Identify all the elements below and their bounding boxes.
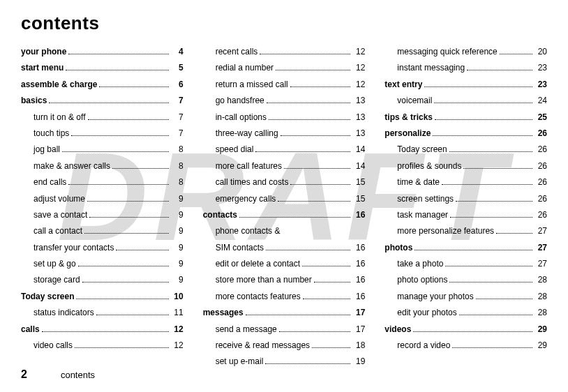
toc-leader-dots bbox=[449, 278, 532, 283]
toc-label: take a photo bbox=[384, 256, 443, 272]
toc-page: 28 bbox=[535, 272, 547, 288]
toc-page: 24 bbox=[535, 93, 547, 109]
toc-label: make & answer calls bbox=[21, 158, 110, 174]
toc-page: 26 bbox=[535, 142, 547, 158]
toc-label: photos bbox=[384, 240, 412, 256]
toc-leader-dots bbox=[82, 278, 169, 283]
toc-column-2: recent calls12redial a number12return a … bbox=[203, 44, 366, 370]
toc-leader-dots bbox=[96, 311, 169, 316]
toc-entry-item: send a message17 bbox=[203, 322, 366, 338]
toc-entry-section: text entry23 bbox=[384, 77, 547, 93]
toc-label: task manager bbox=[384, 207, 448, 223]
toc-leader-dots bbox=[459, 311, 532, 316]
toc-page: 7 bbox=[171, 126, 184, 142]
toc-label: in-call options bbox=[203, 110, 267, 126]
toc-entry-item: set up e-mail19 bbox=[203, 354, 366, 370]
toc-entry-section: videos29 bbox=[384, 322, 547, 338]
toc-entry-item: touch tips7 bbox=[21, 126, 184, 142]
toc-entry-item: SIM contacts16 bbox=[203, 240, 366, 256]
toc-label: adjust volume bbox=[21, 191, 85, 207]
page-title: contents bbox=[21, 13, 547, 34]
toc-leader-dots bbox=[450, 213, 532, 218]
toc-leader-dots bbox=[284, 164, 350, 169]
toc-leader-dots bbox=[496, 229, 532, 234]
toc-leader-dots bbox=[456, 197, 532, 202]
toc-leader-dots bbox=[424, 82, 532, 87]
toc-entry-section: calls12 bbox=[21, 322, 184, 338]
toc-label: more personalize features bbox=[384, 223, 494, 239]
toc-entry-item: edit your photos28 bbox=[384, 305, 547, 321]
toc-page: 8 bbox=[171, 174, 184, 190]
toc-leader-dots bbox=[500, 50, 532, 54]
toc-label: emergency calls bbox=[203, 191, 276, 207]
toc-entry-item: task manager26 bbox=[384, 207, 547, 223]
toc-leader-dots bbox=[62, 148, 169, 153]
toc-leader-dots bbox=[476, 294, 532, 299]
toc-page: 4 bbox=[171, 44, 184, 60]
toc-page: 15 bbox=[352, 191, 365, 207]
toc-page: 26 bbox=[535, 126, 547, 142]
toc-label: edit or delete a contact bbox=[203, 256, 300, 272]
toc-label: end calls bbox=[21, 174, 66, 190]
toc-page: 29 bbox=[535, 322, 547, 338]
toc-leader-dots bbox=[88, 115, 169, 120]
toc-label: redial a number bbox=[203, 60, 274, 76]
toc-page: 8 bbox=[171, 158, 184, 174]
toc-page: 13 bbox=[352, 110, 365, 126]
toc-entry-item: phone contacts & bbox=[203, 223, 366, 239]
toc-entry-item: photo options28 bbox=[384, 272, 547, 288]
toc-page: 12 bbox=[171, 322, 184, 338]
toc-column-1: your phone4start menu5assemble & charge6… bbox=[21, 44, 184, 370]
toc-leader-dots bbox=[463, 164, 532, 169]
toc-entry-item: end calls8 bbox=[21, 174, 184, 190]
toc-page: 26 bbox=[535, 191, 547, 207]
toc-entry-item: edit or delete a contact16 bbox=[203, 256, 366, 272]
toc-page: 9 bbox=[171, 272, 184, 288]
toc-label: screen settings bbox=[384, 191, 454, 207]
toc-leader-dots bbox=[413, 327, 532, 332]
toc-page: 27 bbox=[535, 223, 547, 239]
toc-page: 17 bbox=[352, 322, 365, 338]
toc-entry-item: manage your photos28 bbox=[384, 289, 547, 305]
toc-leader-dots bbox=[312, 343, 350, 348]
toc-page: 28 bbox=[535, 289, 547, 305]
toc-entry-item: save a contact9 bbox=[21, 207, 184, 223]
toc-page: 9 bbox=[171, 240, 184, 256]
toc-entry-item: voicemail24 bbox=[384, 93, 547, 109]
toc-label: photo options bbox=[384, 272, 447, 288]
toc-entry-item: turn it on & off7 bbox=[21, 110, 184, 126]
toc-entry-section: start menu5 bbox=[21, 60, 184, 76]
toc-label: edit your photos bbox=[384, 305, 456, 321]
toc-entry-item: make & answer calls8 bbox=[21, 158, 184, 174]
toc-entry-item: recent calls12 bbox=[203, 44, 366, 60]
toc-label: assemble & charge bbox=[21, 77, 97, 93]
toc-page: 26 bbox=[535, 174, 547, 190]
toc-label: Today screen bbox=[21, 289, 74, 305]
toc-entry-item: transfer your contacts9 bbox=[21, 240, 184, 256]
toc-leader-dots bbox=[290, 82, 351, 87]
toc-label: manage your photos bbox=[384, 289, 473, 305]
toc-leader-dots bbox=[87, 197, 169, 202]
toc-label: more contacts features bbox=[203, 289, 301, 305]
toc-label: text entry bbox=[384, 77, 422, 93]
toc-entry-item: more personalize features27 bbox=[384, 223, 547, 239]
toc-page: 16 bbox=[352, 256, 365, 272]
toc-leader-dots bbox=[84, 229, 169, 234]
toc-page: 13 bbox=[352, 126, 365, 142]
toc-page: 9 bbox=[171, 223, 184, 239]
toc-label: SIM contacts bbox=[203, 240, 264, 256]
toc-entry-item: instant messaging23 bbox=[384, 60, 547, 76]
toc-page: 5 bbox=[171, 60, 184, 76]
toc-label: three-way calling bbox=[203, 126, 278, 142]
toc-label: go handsfree bbox=[203, 93, 264, 109]
toc-entry-item: more call features14 bbox=[203, 158, 366, 174]
toc-label: basics bbox=[21, 93, 47, 109]
toc-page: 9 bbox=[171, 191, 184, 207]
toc-label: save a contact bbox=[21, 207, 87, 223]
toc-label: tips & tricks bbox=[384, 110, 433, 126]
toc-entry-item: store more than a number16 bbox=[203, 272, 366, 288]
toc-label: start menu bbox=[21, 60, 63, 76]
toc-label: time & date bbox=[384, 174, 440, 190]
toc-entry-section: tips & tricks25 bbox=[384, 110, 547, 126]
toc-label: Today screen bbox=[384, 142, 447, 158]
